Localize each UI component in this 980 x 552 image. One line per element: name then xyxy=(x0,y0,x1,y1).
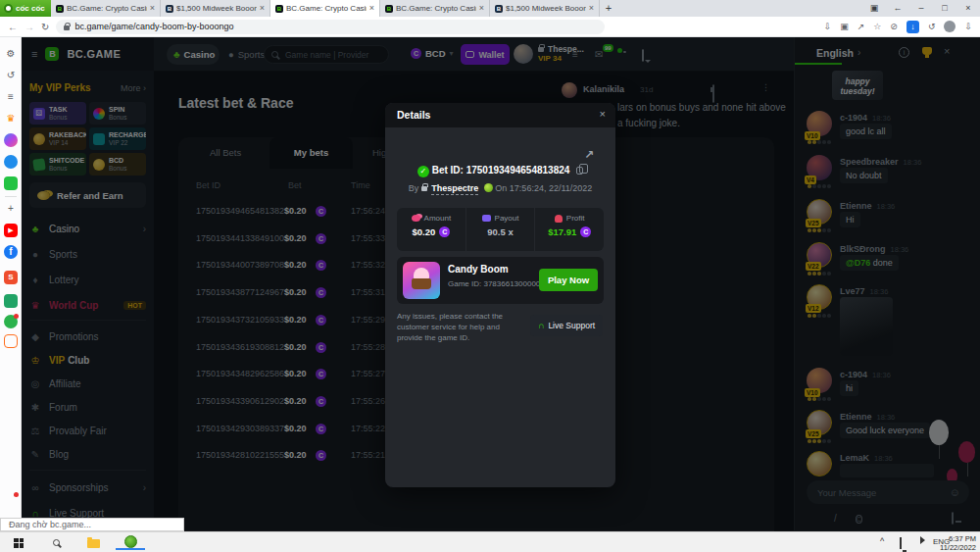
file-explorer-icon[interactable] xyxy=(78,535,108,550)
browser-tab[interactable]: $1,500 Midweek Booongo M xyxy=(161,0,270,17)
bcgame-favicon-icon xyxy=(275,5,283,13)
sync-icon[interactable] xyxy=(928,22,936,31)
amount-icon xyxy=(412,215,420,222)
session-restore-icon[interactable] xyxy=(886,0,909,17)
history-icon[interactable] xyxy=(4,69,18,82)
bet-stats: Amount $0.20 Payout 90.5 x Profit $17.91 xyxy=(397,208,604,251)
start-button-icon[interactable] xyxy=(4,535,33,550)
maximize-button[interactable] xyxy=(933,0,956,17)
taskbar-clock[interactable]: 6:37 PM 11/22/2022 xyxy=(940,534,976,552)
facebook-icon[interactable] xyxy=(4,245,18,259)
tray-expand-icon[interactable] xyxy=(880,536,884,546)
new-tab-button[interactable] xyxy=(600,0,617,17)
browser-address-bar: bc.game/game/candy-boom-by-booongo xyxy=(0,17,980,37)
minimize-button[interactable] xyxy=(909,0,933,17)
tab-close-icon[interactable] xyxy=(589,4,594,13)
win-check-icon: ✓ xyxy=(417,166,429,177)
coccoc-menu-button[interactable]: cốc cốc xyxy=(0,0,51,17)
save-page-icon[interactable] xyxy=(824,22,832,31)
tab-close-icon[interactable] xyxy=(260,4,265,13)
youtube-icon[interactable] xyxy=(4,224,18,237)
shopee-icon[interactable] xyxy=(4,271,18,284)
bcgame-favicon-icon xyxy=(56,5,64,13)
coin-icon xyxy=(439,226,450,237)
tab-close-icon[interactable] xyxy=(150,4,155,13)
headset-icon xyxy=(538,321,545,330)
coccoc-logo-icon xyxy=(4,4,13,13)
notification-bell-icon[interactable] xyxy=(4,493,18,507)
payout-icon xyxy=(482,215,491,222)
modal-close-icon[interactable] xyxy=(600,108,606,120)
modal-header: Details xyxy=(385,103,615,127)
browser-tab[interactable]: BC.Game: Crypto Casino Gan xyxy=(51,0,161,17)
newsfeed-icon[interactable] xyxy=(4,90,18,104)
browser-tab-strip: cốc cốc BC.Game: Crypto Casino Gan $1,50… xyxy=(0,0,980,17)
tab-close-icon[interactable] xyxy=(369,4,374,13)
copy-icon[interactable] xyxy=(576,167,583,175)
play-now-button[interactable]: Play Now xyxy=(539,269,598,291)
bookmark-star-icon[interactable] xyxy=(873,22,881,31)
https-lock-icon[interactable] xyxy=(64,25,70,30)
game-thumbnail[interactable] xyxy=(403,262,440,299)
booongo-favicon-icon xyxy=(495,5,503,13)
games-icon[interactable] xyxy=(4,176,18,190)
coccoc-brand: cốc cốc xyxy=(16,4,45,13)
privacy-lock-icon xyxy=(421,186,427,191)
messenger-icon[interactable] xyxy=(4,133,18,147)
game-name: Candy Boom xyxy=(448,264,509,275)
booongo-favicon-icon xyxy=(166,5,173,13)
settings-icon[interactable] xyxy=(4,47,18,61)
browser-tab[interactable]: BC.Game: Crypto Casino Gan xyxy=(380,0,490,17)
adblock-shield-icon[interactable] xyxy=(890,22,898,31)
user-medal-icon xyxy=(484,183,493,192)
shopping-cart-icon[interactable] xyxy=(4,334,18,348)
browser-tab[interactable]: $1,500 Midweek Booongo M xyxy=(490,0,600,17)
support-text: Any issues, please contact the customer … xyxy=(397,311,524,344)
profit-icon xyxy=(555,215,563,223)
downloads-tray-icon[interactable] xyxy=(964,22,972,31)
browser-status-bar: Đang chờ bc.game... xyxy=(0,518,184,531)
sports-site-icon[interactable] xyxy=(4,315,18,328)
bet-id-row: ✓ Bet ID: 1750193494654813824 xyxy=(385,165,615,177)
bet-by-row: By Thespectre On 17:56:24, 22/11/2022 xyxy=(385,183,615,193)
url-bar[interactable]: bc.game/game/candy-boom-by-booongo xyxy=(56,20,605,34)
zalo-icon[interactable] xyxy=(4,155,18,169)
hot-news-crown-icon[interactable] xyxy=(4,112,18,125)
screen: cốc cốc BC.Game: Crypto Casino Gan $1,50… xyxy=(0,0,980,552)
live-support-button[interactable]: Live Support xyxy=(530,315,603,336)
bet-username[interactable]: Thespectre xyxy=(431,183,478,195)
browser-profile-avatar[interactable] xyxy=(944,21,956,32)
translate-icon[interactable] xyxy=(840,22,849,31)
coccoc-taskbar-icon[interactable] xyxy=(116,535,145,550)
bcgame-favicon-icon xyxy=(385,5,393,13)
coccoc-sidebar-strip xyxy=(0,37,22,530)
bet-datetime: 17:56:24, 22/11/2022 xyxy=(510,183,592,193)
add-shortcut-icon[interactable] xyxy=(4,202,18,216)
divider xyxy=(5,196,17,197)
bet-details-modal: Details ✓ Bet ID: 1750193494654813824 By… xyxy=(385,103,615,487)
taskbar-search-icon[interactable] xyxy=(41,535,71,550)
reload-icon[interactable] xyxy=(41,17,49,37)
forward-icon[interactable] xyxy=(24,17,34,37)
game-card: Candy Boom Game ID: 37836613000001... Pl… xyxy=(397,257,604,304)
windows-taskbar: ENG 6:37 PM 11/22/2022 xyxy=(0,531,980,552)
reading-mode-icon[interactable] xyxy=(862,0,886,17)
window-controls xyxy=(862,0,980,17)
stat-profit: Profit $17.91 xyxy=(534,208,604,251)
coin-icon xyxy=(580,226,591,237)
share-icon[interactable] xyxy=(858,22,865,31)
stat-amount: Amount $0.20 xyxy=(397,208,466,251)
address-bar-actions xyxy=(824,21,972,33)
back-icon[interactable] xyxy=(8,17,18,37)
browser-tab-active[interactable]: BC.Game: Crypto Casino Gan xyxy=(270,0,380,17)
close-button[interactable] xyxy=(956,0,980,17)
network-icon[interactable] xyxy=(900,538,902,548)
sheets-icon[interactable] xyxy=(4,294,18,308)
url-text[interactable]: bc.game/game/candy-boom-by-booongo xyxy=(74,22,233,31)
modal-title: Details xyxy=(397,109,430,121)
download-manager-icon[interactable] xyxy=(906,21,919,33)
stat-payout: Payout 90.5 x xyxy=(466,208,535,251)
tab-close-icon[interactable] xyxy=(479,4,484,13)
share-bet-icon[interactable] xyxy=(584,148,594,162)
